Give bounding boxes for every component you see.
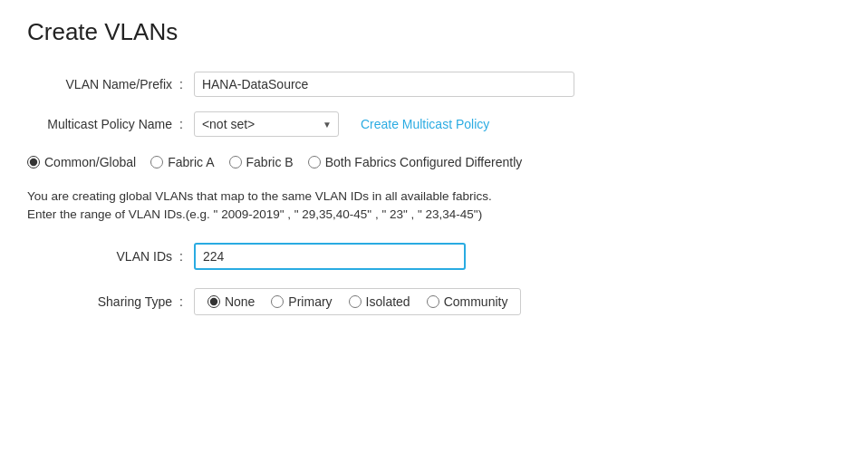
radio-option-both-fabrics[interactable]: Both Fabrics Configured Differently bbox=[308, 155, 523, 169]
radio-sharing-community[interactable] bbox=[427, 295, 439, 308]
sharing-label-primary: Primary bbox=[288, 294, 332, 309]
radio-label-common-global: Common/Global bbox=[44, 155, 136, 169]
sharing-label-isolated: Isolated bbox=[366, 294, 410, 309]
info-text-line2: Enter the range of VLAN IDs.(e.g. " 2009… bbox=[27, 207, 482, 221]
multicast-policy-select-wrapper: <not set> ▼ bbox=[194, 111, 339, 137]
radio-label-fabric-b: Fabric B bbox=[246, 155, 294, 169]
multicast-policy-colon: : bbox=[179, 117, 183, 131]
info-text-line1: You are creating global VLANs that map t… bbox=[27, 189, 492, 203]
radio-sharing-none[interactable] bbox=[207, 295, 220, 308]
radio-option-fabric-a[interactable]: Fabric A bbox=[150, 155, 214, 169]
radio-common-global[interactable] bbox=[27, 156, 40, 168]
multicast-policy-row: Multicast Policy Name : <not set> ▼ Crea… bbox=[27, 111, 841, 137]
sharing-option-isolated[interactable]: Isolated bbox=[349, 294, 410, 309]
sharing-options-box: None Primary Isolated Community bbox=[194, 288, 522, 315]
radio-label-both-fabrics: Both Fabrics Configured Differently bbox=[325, 155, 523, 169]
vlan-ids-input[interactable] bbox=[194, 243, 466, 270]
vlan-name-row: VLAN Name/Prefix : bbox=[27, 72, 841, 97]
radio-sharing-isolated[interactable] bbox=[349, 295, 362, 308]
sharing-option-community[interactable]: Community bbox=[427, 294, 508, 309]
sharing-option-none[interactable]: None bbox=[207, 294, 255, 309]
vlan-name-input[interactable] bbox=[194, 72, 574, 97]
sharing-option-primary[interactable]: Primary bbox=[271, 294, 332, 309]
sharing-type-colon: : bbox=[179, 294, 183, 309]
vlan-ids-colon: : bbox=[179, 249, 183, 264]
vlan-name-colon: : bbox=[179, 77, 183, 91]
radio-option-fabric-b[interactable]: Fabric B bbox=[229, 155, 294, 169]
radio-label-fabric-a: Fabric A bbox=[168, 155, 214, 169]
radio-both-fabrics[interactable] bbox=[308, 156, 321, 168]
vlan-name-label: VLAN Name/Prefix bbox=[27, 77, 172, 91]
info-text: You are creating global VLANs that map t… bbox=[27, 188, 734, 225]
create-multicast-policy-link[interactable]: Create Multicast Policy bbox=[361, 117, 489, 131]
vlan-ids-row: VLAN IDs : bbox=[27, 243, 841, 270]
page-title: Create VLANs bbox=[27, 18, 841, 46]
radio-sharing-primary[interactable] bbox=[271, 295, 284, 308]
radio-option-common-global[interactable]: Common/Global bbox=[27, 155, 136, 169]
vlan-ids-label: VLAN IDs bbox=[27, 249, 172, 264]
create-vlans-form: VLAN Name/Prefix : Multicast Policy Name… bbox=[27, 72, 841, 315]
fabric-radio-group: Common/Global Fabric A Fabric B Both Fab… bbox=[27, 155, 841, 169]
radio-fabric-b[interactable] bbox=[229, 156, 242, 168]
sharing-label-none: None bbox=[225, 294, 255, 309]
sharing-type-label: Sharing Type bbox=[27, 294, 172, 309]
radio-fabric-a[interactable] bbox=[150, 156, 163, 168]
multicast-policy-label: Multicast Policy Name bbox=[27, 117, 172, 131]
multicast-policy-select[interactable]: <not set> bbox=[194, 111, 339, 137]
sharing-type-row: Sharing Type : None Primary Isolated Com… bbox=[27, 288, 841, 315]
sharing-label-community: Community bbox=[444, 294, 508, 309]
